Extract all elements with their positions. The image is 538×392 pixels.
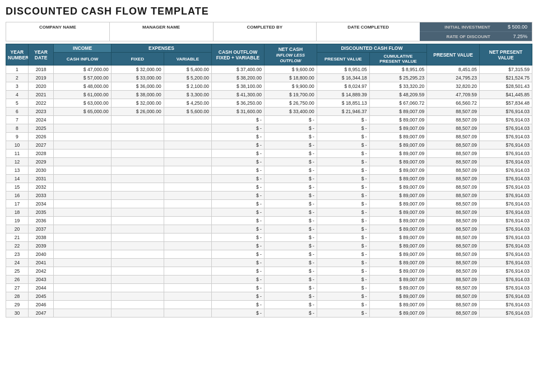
col-header-year-date: YEARDATE [28, 44, 54, 66]
table-cell [111, 292, 164, 301]
table-cell: $76,914.03 [480, 301, 532, 309]
table-cell [54, 309, 111, 318]
table-row[interactable]: 72024$ -$ -$ -$ 89,007.0988,507.09$76,91… [6, 116, 532, 124]
table-cell [54, 267, 111, 276]
table-row[interactable]: 32020$ 48,000.00$ 36,000.00$ 2,100.00$ 3… [6, 82, 532, 91]
table-cell: $ 89,007.09 [369, 124, 426, 133]
table-row[interactable]: 282045$ -$ -$ -$ 89,007.0988,507.09$76,9… [6, 292, 532, 301]
table-row[interactable]: 172034$ -$ -$ -$ 89,007.0988,507.09$76,9… [6, 200, 532, 208]
table-row[interactable]: 302047$ -$ -$ -$ 89,007.0988,507.09$76,9… [6, 309, 532, 318]
company-name-label: COMPANY NAME [11, 25, 105, 30]
company-name-cell[interactable]: COMPANY NAME [6, 22, 110, 41]
table-row[interactable]: 12018$ 47,000.00$ 32,000.00$ 5,400.00$ 3… [6, 66, 532, 74]
table-cell: $ 5,600.00 [164, 108, 211, 116]
table-cell: $ - [212, 267, 265, 276]
table-cell: $76,914.03 [480, 175, 532, 183]
table-cell: $ 3,300.00 [164, 91, 211, 99]
table-cell: $76,914.03 [480, 116, 532, 124]
table-cell [164, 309, 211, 318]
completed-by-label: COMPLETED BY [218, 25, 312, 30]
table-row[interactable]: 222039$ -$ -$ -$ 89,007.0988,507.09$76,9… [6, 242, 532, 250]
table-cell: $ 16,344.18 [317, 74, 369, 82]
table-row[interactable]: 62023$ 65,000.00$ 26,000.00$ 5,600.00$ 3… [6, 108, 532, 116]
table-row[interactable]: 252042$ -$ -$ -$ 89,007.0988,507.09$76,9… [6, 267, 532, 276]
table-cell: $ - [317, 116, 369, 124]
table-cell: 2043 [28, 276, 54, 284]
table-row[interactable]: 22019$ 57,000.00$ 33,000.00$ 5,200.00$ 3… [6, 74, 532, 82]
table-cell [111, 267, 164, 276]
table-cell: 88,507.09 [427, 301, 480, 309]
table-cell: 4 [6, 91, 29, 99]
table-cell: $ - [212, 183, 265, 192]
table-cell: 17 [6, 200, 29, 208]
table-cell: $ - [317, 166, 369, 175]
date-completed-value [321, 30, 415, 38]
table-cell [54, 292, 111, 301]
table-cell: $ 57,000.00 [54, 74, 111, 82]
table-cell: 32,820.20 [427, 82, 480, 91]
table-row[interactable]: 52022$ 63,000.00$ 32,000.00$ 4,250.00$ 3… [6, 99, 532, 108]
table-cell [164, 183, 211, 192]
table-row[interactable]: 162033$ -$ -$ -$ 89,007.0988,507.09$76,9… [6, 192, 532, 200]
table-cell: $ - [212, 133, 265, 141]
table-cell [54, 124, 111, 133]
table-cell [111, 166, 164, 175]
table-cell: 27 [6, 284, 29, 292]
table-cell: $ - [264, 141, 317, 150]
table-cell [54, 166, 111, 175]
table-row[interactable]: 132030$ -$ -$ -$ 89,007.0988,507.09$76,9… [6, 166, 532, 175]
table-row[interactable]: 272044$ -$ -$ -$ 89,007.0988,507.09$76,9… [6, 284, 532, 292]
table-cell: $ 33,000.00 [111, 74, 164, 82]
table-cell: $ - [317, 276, 369, 284]
table-cell: $ - [212, 234, 265, 242]
completed-by-value [218, 30, 312, 38]
table-row[interactable]: 242041$ -$ -$ -$ 89,007.0988,507.09$76,9… [6, 259, 532, 267]
table-cell [54, 116, 111, 124]
table-row[interactable]: 182035$ -$ -$ -$ 89,007.0988,507.09$76,9… [6, 208, 532, 217]
manager-name-cell[interactable]: MANAGER NAME [110, 22, 214, 41]
table-row[interactable]: 202037$ -$ -$ -$ 89,007.0988,507.09$76,9… [6, 225, 532, 234]
table-row[interactable]: 82025$ -$ -$ -$ 89,007.0988,507.09$76,91… [6, 124, 532, 133]
table-cell: 6 [6, 108, 29, 116]
table-cell: $ 65,000.00 [54, 108, 111, 116]
table-row[interactable]: 92026$ -$ -$ -$ 89,007.0988,507.09$76,91… [6, 133, 532, 141]
table-row[interactable]: 112028$ -$ -$ -$ 89,007.0988,507.09$76,9… [6, 150, 532, 158]
table-cell: $57,834.48 [480, 99, 532, 108]
table-row[interactable]: 292046$ -$ -$ -$ 89,007.0988,507.09$76,9… [6, 301, 532, 309]
table-cell: $ 33,400.00 [264, 108, 317, 116]
rate-of-discount-value: 7.25% [494, 34, 527, 39]
date-completed-cell[interactable]: DATE COMPLETED [317, 22, 420, 41]
table-cell [111, 158, 164, 166]
table-cell [54, 250, 111, 259]
table-row[interactable]: 212038$ -$ -$ -$ 89,007.0988,507.09$76,9… [6, 234, 532, 242]
table-row[interactable]: 262043$ -$ -$ -$ 89,007.0988,507.09$76,9… [6, 276, 532, 284]
table-cell: $ 33,320.20 [369, 82, 426, 91]
table-cell: $ - [264, 192, 317, 200]
table-cell: 2 [6, 74, 29, 82]
table-cell: $76,914.03 [480, 208, 532, 217]
table-cell [111, 133, 164, 141]
table-row[interactable]: 192036$ -$ -$ -$ 89,007.0988,507.09$76,9… [6, 217, 532, 225]
table-cell [54, 150, 111, 158]
table-cell: $ - [212, 292, 265, 301]
table-cell: $ 38,000.00 [111, 91, 164, 99]
table-cell: $ 89,007.09 [369, 200, 426, 208]
table-cell: 88,507.09 [427, 276, 480, 284]
table-row[interactable]: 142031$ -$ -$ -$ 89,007.0988,507.09$76,9… [6, 175, 532, 183]
table-cell: $ - [212, 166, 265, 175]
table-cell: 20 [6, 225, 29, 234]
table-cell: $76,914.03 [480, 141, 532, 150]
table-cell [164, 225, 211, 234]
table-cell [54, 259, 111, 267]
table-cell: 2039 [28, 242, 54, 250]
table-row[interactable]: 152032$ -$ -$ -$ 89,007.0988,507.09$76,9… [6, 183, 532, 192]
initial-investment-label: INITIAL INVESTMENT [424, 25, 494, 30]
table-row[interactable]: 42021$ 61,000.00$ 38,000.00$ 3,300.00$ 4… [6, 91, 532, 99]
table-cell: $ 41,300.00 [212, 91, 265, 99]
table-row[interactable]: 102027$ -$ -$ -$ 89,007.0988,507.09$76,9… [6, 141, 532, 150]
table-row[interactable]: 232040$ -$ -$ -$ 89,007.0988,507.09$76,9… [6, 250, 532, 259]
table-cell [164, 301, 211, 309]
table-cell: 88,507.09 [427, 309, 480, 318]
table-row[interactable]: 122029$ -$ -$ -$ 89,007.0988,507.09$76,9… [6, 158, 532, 166]
completed-by-cell[interactable]: COMPLETED BY [214, 22, 317, 41]
